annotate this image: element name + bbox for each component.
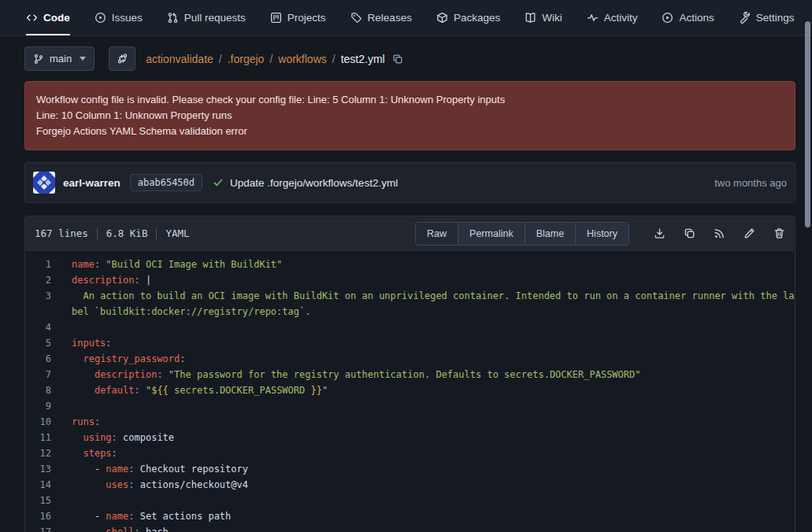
line-content: description: "The password for the regis… [51,367,795,382]
file-action-icons [636,227,785,239]
tab-label: Wiki [542,12,562,24]
commit-status-check-icon[interactable] [213,177,224,188]
file-view-buttons: Raw Permalink Blame History [415,222,629,246]
tab-releases[interactable]: Releases [350,0,412,35]
code-line: 15 [25,493,795,508]
line-content: using: composite [51,430,795,445]
tab-packages[interactable]: Packages [436,0,500,35]
tab-projects[interactable]: Projects [270,0,326,35]
latest-commit-bar: earl-warren abab65450d Update .forgejo/w… [24,162,795,203]
commit-hash-badge[interactable]: abab65450d [130,174,202,191]
play-circle-icon [662,12,673,24]
code-line: 1name: "Build OCI Image with BuildKit" [25,257,795,272]
line-number[interactable]: 12 [25,445,51,461]
tools-icon [739,12,751,24]
tab-label: Pull requests [184,12,246,24]
tab-code[interactable]: Code [26,0,70,35]
line-content: default: "${{ secrets.DOCKER_PASSWORD }}… [51,382,795,398]
code-line: 2description: | [25,272,795,288]
code-line: 16 - name: Set actions path [25,508,795,524]
line-number[interactable]: 3 [25,288,51,320]
history-button[interactable]: History [575,223,628,245]
code-line: 11 using: composite [25,430,795,445]
line-content: registry_password: [51,351,795,367]
line-number[interactable]: 2 [25,272,51,288]
tab-wiki[interactable]: Wiki [525,0,562,35]
line-number[interactable]: 6 [25,351,51,367]
line-content: description: | [51,272,795,288]
page-content: main actionvalidate / .forgejo / workflo… [0,46,812,532]
breadcrumb: actionvalidate / .forgejo / workflows / … [146,53,402,65]
breadcrumb-repo[interactable]: actionvalidate [146,53,213,65]
edit-icon[interactable] [743,227,755,239]
line-number[interactable]: 5 [25,335,51,351]
tab-label: Issues [112,12,143,24]
git-branch-icon [33,54,44,65]
delete-icon[interactable] [773,227,785,239]
pulse-icon [587,12,599,24]
file-language: YAML [165,227,189,239]
project-icon [270,12,282,24]
commit-message[interactable]: Update .forgejo/workflows/test2.yml [230,177,398,189]
file-info: 167 lines 6.8 KiB YAML [35,227,190,239]
book-icon [525,12,536,24]
tab-activity[interactable]: Activity [587,0,638,35]
scrollbar-thumb[interactable] [805,21,810,227]
line-content: steps: [51,445,795,461]
tab-settings[interactable]: Settings [739,0,795,35]
raw-button[interactable]: Raw [416,223,458,245]
file-toolbar: main actionvalidate / .forgejo / workflo… [24,46,795,71]
breadcrumb-separator: / [332,53,336,65]
line-content [51,398,795,414]
line-number[interactable]: 9 [25,398,51,414]
copy-icon[interactable] [684,227,695,239]
tab-label: Settings [756,12,795,24]
error-line: Workflow config file is invalid. Please … [36,92,784,108]
code-line: 12 steps: [25,445,795,461]
avatar[interactable] [33,172,55,194]
tab-label: Activity [604,12,638,24]
code-line: 10runs: [25,414,795,430]
rss-icon[interactable] [714,227,725,239]
line-number[interactable]: 17 [25,524,51,532]
line-number[interactable]: 14 [25,477,51,493]
issue-opened-icon [95,12,106,24]
branch-selector[interactable]: main [24,46,95,71]
git-pull-request-icon [167,12,179,24]
tab-label: Code [43,12,70,24]
code-lines: 1name: "Build OCI Image with BuildKit"2d… [25,257,795,532]
line-content: shell: bash [51,524,795,532]
tab-issues[interactable]: Issues [95,0,143,35]
line-number[interactable]: 15 [25,493,51,508]
breadcrumb-dir[interactable]: workflows [278,53,326,65]
commit-age: two months ago [714,177,787,189]
line-number[interactable]: 8 [25,382,51,398]
code-line: 13 - name: Checkout repository [25,461,795,477]
tab-label: Actions [679,12,714,24]
line-number[interactable]: 11 [25,430,51,445]
tab-actions[interactable]: Actions [662,0,714,35]
download-icon[interactable] [654,227,666,239]
line-number[interactable]: 1 [25,257,51,272]
permalink-button[interactable]: Permalink [458,223,525,245]
copy-path-icon[interactable] [392,54,403,65]
line-number[interactable]: 13 [25,461,51,477]
tab-label: Projects [287,12,326,24]
commit-author[interactable]: earl-warren [63,177,121,189]
code-line: 3 An action to build an OCI image with B… [25,288,795,320]
code-line: 6 registry_password: [25,351,795,367]
line-number[interactable]: 4 [25,320,51,335]
code-view: 1name: "Build OCI Image with BuildKit"2d… [25,251,795,532]
compare-button[interactable] [109,46,135,71]
breadcrumb-separator: / [219,53,222,65]
line-number[interactable]: 7 [25,367,51,382]
line-number[interactable]: 16 [25,508,51,524]
code-line: 14 uses: actions/checkout@v4 [25,477,795,493]
line-content: name: "Build OCI Image with BuildKit" [51,257,795,272]
blame-button[interactable]: Blame [525,223,575,245]
line-number[interactable]: 10 [25,414,51,430]
file-header: 167 lines 6.8 KiB YAML Raw Permalink Bla… [25,216,795,251]
tab-pull-requests[interactable]: Pull requests [167,0,246,35]
breadcrumb-dir[interactable]: .forgejo [228,53,265,65]
line-content: runs: [51,414,795,430]
